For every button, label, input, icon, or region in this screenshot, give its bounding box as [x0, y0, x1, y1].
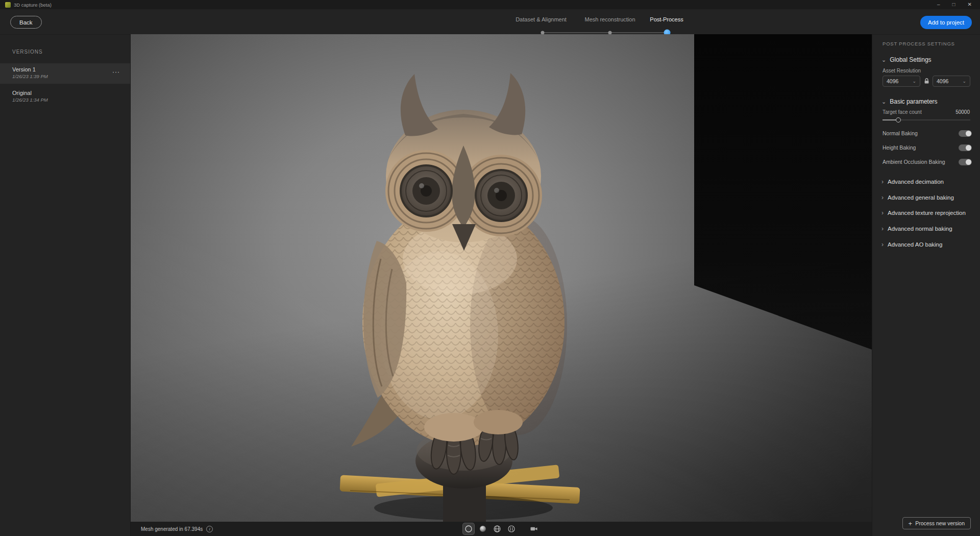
display-mode-bar [463, 522, 540, 536]
toggle-knob [966, 131, 971, 136]
version-name: Version 1 [12, 66, 118, 72]
versions-sidebar: VERSIONS Version 1 1/26/23 1:39 PM ··· O… [0, 34, 131, 536]
chevron-right-icon: › [881, 194, 884, 201]
dropdown-caret-icon: ⌄ [962, 79, 966, 84]
ambient-occlusion-baking-row: Ambient Occlusion Baking [883, 158, 972, 165]
versions-title: VERSIONS [12, 49, 43, 55]
process-new-version-label: Process new version [915, 520, 965, 526]
mesh-status-text: Mesh generated in 67.394s [141, 526, 203, 532]
asset-resolution-label: Asset Resolution [883, 68, 921, 74]
ambient-occlusion-baking-label: Ambient Occlusion Baking [883, 159, 945, 165]
asset-resolution-row: 4096 ⌄ 4096 ⌄ [883, 76, 970, 87]
height-baking-label: Height Baking [883, 144, 916, 151]
minimize-icon[interactable]: – [937, 2, 940, 7]
version-date: 1/26/23 1:39 PM [12, 74, 118, 79]
post-process-settings-panel: POST PROCESS SETTINGS ⌄ Global Settings … [872, 34, 980, 536]
advanced-texture-reprojection-label: Advanced texture reprojection [888, 210, 966, 216]
version-menu-icon[interactable]: ··· [112, 68, 120, 76]
viewport-3d-canvas[interactable] [131, 34, 872, 522]
version-item-original[interactable]: Original 1/26/23 1:34 PM [0, 87, 130, 107]
camera-icon[interactable] [528, 523, 540, 534]
advanced-normal-baking-label: Advanced normal baking [888, 226, 952, 232]
target-face-count-slider[interactable] [883, 117, 970, 123]
slider-knob[interactable] [896, 117, 901, 123]
app-window: 3D capture (beta) – □ ✕ Back Dataset & A… [0, 0, 980, 536]
wireframe-sphere-icon[interactable] [492, 523, 503, 534]
target-face-count-value: 50000 [955, 109, 970, 115]
shaded-sphere-icon[interactable] [477, 523, 488, 534]
chevron-right-icon: › [881, 178, 884, 185]
step-mesh-reconstruction[interactable]: Mesh reconstruction [584, 16, 635, 22]
step-post-process[interactable]: Post-Process [650, 16, 683, 22]
stepper-line [543, 32, 667, 33]
matcap-sphere-icon[interactable] [463, 523, 474, 534]
advanced-decimation-section[interactable]: › Advanced decimation [881, 178, 974, 185]
advanced-texture-reprojection-section[interactable]: › Advanced texture reprojection [881, 209, 974, 216]
process-new-version-button[interactable]: + Process new version [902, 517, 971, 529]
version-date: 1/26/23 1:34 PM [12, 97, 118, 103]
resolution-height-dropdown[interactable]: 4096 ⌄ [933, 76, 970, 87]
back-button[interactable]: Back [10, 16, 42, 29]
step-dataset-alignment[interactable]: Dataset & Alignment [516, 16, 567, 22]
height-baking-row: Height Baking [883, 144, 972, 151]
add-to-project-button[interactable]: Add to project [920, 16, 972, 29]
chevron-right-icon: › [881, 241, 884, 248]
dropdown-caret-icon: ⌄ [912, 79, 916, 84]
advanced-normal-baking-section[interactable]: › Advanced normal baking [881, 225, 974, 232]
advanced-general-baking-section[interactable]: › Advanced general baking [881, 194, 974, 201]
plus-icon: + [909, 520, 913, 527]
normal-baking-label: Normal Baking [883, 130, 918, 136]
resolution-width-dropdown[interactable]: 4096 ⌄ [883, 76, 920, 87]
titlebar: 3D capture (beta) – □ ✕ [0, 0, 980, 9]
advanced-general-baking-label: Advanced general baking [888, 194, 954, 201]
chevron-right-icon: › [881, 225, 884, 232]
settings-panel-title: POST PROCESS SETTINGS [883, 41, 955, 46]
advanced-decimation-label: Advanced decimation [888, 179, 944, 185]
version-item-version-1[interactable]: Version 1 1/26/23 1:39 PM ··· [0, 63, 130, 84]
ambient-occlusion-baking-toggle[interactable] [959, 159, 972, 165]
textured-sphere-icon[interactable] [506, 523, 517, 534]
resolution-width-value: 4096 [887, 78, 898, 84]
info-icon[interactable]: i [206, 526, 213, 532]
version-name: Original [12, 90, 118, 96]
app-icon [5, 2, 11, 8]
advanced-ao-baking-label: Advanced AO baking [888, 241, 942, 248]
target-face-count-label: Target face count [883, 109, 922, 115]
owl-statue-model [330, 70, 595, 522]
global-settings-header[interactable]: ⌄ Global Settings [881, 56, 932, 63]
toggle-knob [966, 159, 971, 165]
lock-aspect-button[interactable] [923, 78, 930, 84]
advanced-ao-baking-section[interactable]: › Advanced AO baking [881, 241, 974, 248]
viewport-bottom-bar: Mesh generated in 67.394s i [131, 522, 872, 536]
mesh-status: Mesh generated in 67.394s i [141, 522, 213, 536]
toggle-knob [966, 145, 971, 151]
height-baking-toggle[interactable] [959, 144, 972, 151]
basic-parameters-header[interactable]: ⌄ Basic parameters [881, 98, 938, 105]
maximize-icon[interactable]: □ [952, 2, 955, 7]
chevron-right-icon: › [881, 209, 884, 216]
chevron-down-icon: ⌄ [881, 57, 886, 63]
normal-baking-toggle[interactable] [959, 130, 972, 137]
window-title: 3D capture (beta) [14, 2, 52, 8]
titlebar-left: 3D capture (beta) [5, 2, 52, 8]
window-controls: – □ ✕ [937, 2, 975, 7]
basic-parameters-label: Basic parameters [890, 98, 937, 105]
close-icon[interactable]: ✕ [968, 2, 972, 7]
resolution-height-value: 4096 [937, 78, 948, 84]
top-toolbar: Back Dataset & Alignment Mesh reconstruc… [0, 9, 980, 34]
normal-baking-row: Normal Baking [883, 130, 972, 137]
global-settings-label: Global Settings [890, 56, 931, 63]
chevron-down-icon: ⌄ [881, 99, 886, 105]
